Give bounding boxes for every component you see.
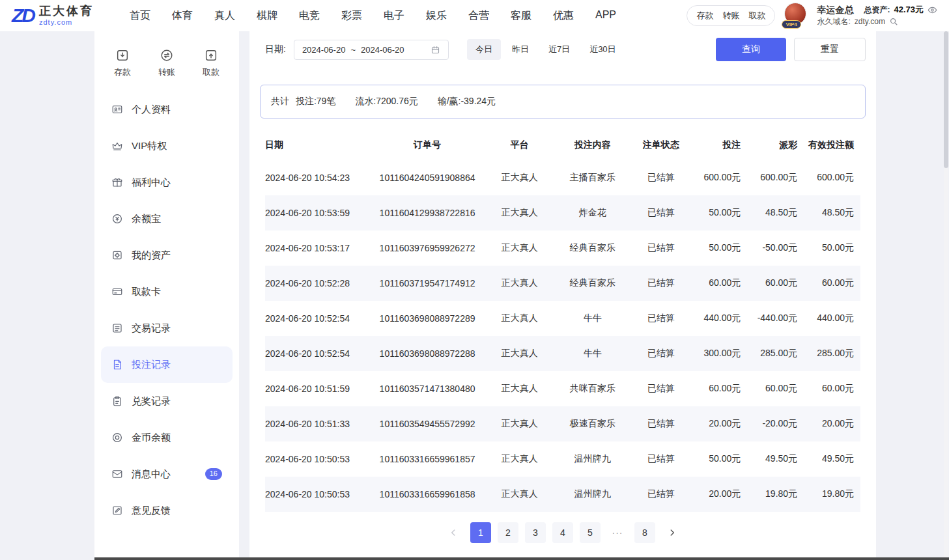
sidebar-item-redeem-records[interactable]: 兑奖记录 xyxy=(94,383,239,419)
clipboard-icon xyxy=(111,395,123,407)
bottom-edge-bar xyxy=(94,557,949,560)
sidebar-item-welfare[interactable]: 福利中心 xyxy=(94,164,239,201)
cell-platform: 正大真人 xyxy=(485,336,554,371)
cell-status: 已结算 xyxy=(631,266,690,301)
table-row: 2024-06-20 10:54:23 1011604240591908864 … xyxy=(265,160,860,195)
nav-item-board-games[interactable]: 棋牌 xyxy=(257,9,277,23)
cell-date: 2024-06-20 10:50:53 xyxy=(265,477,369,512)
cell-status: 已结算 xyxy=(631,301,690,336)
table-row: 2024-06-20 10:52:54 1011603698088972289 … xyxy=(265,301,860,336)
sidebar-item-bet-records[interactable]: 投注记录 xyxy=(101,346,233,383)
next-page-button[interactable] xyxy=(662,522,683,543)
deposit-link[interactable]: 存款 xyxy=(696,10,713,21)
col-header-order: 订单号 xyxy=(369,130,485,160)
cell-date: 2024-06-20 10:51:59 xyxy=(265,371,369,406)
logo-letters: ZD xyxy=(12,5,34,26)
transfer-link[interactable]: 转账 xyxy=(722,10,739,21)
cell-bet: 50.00元 xyxy=(690,231,747,266)
search-button[interactable]: 查询 xyxy=(716,38,786,61)
cell-platform: 正大真人 xyxy=(485,477,554,512)
cell-platform: 正大真人 xyxy=(485,195,554,231)
payout-value: 49.50元 xyxy=(747,441,804,477)
vertical-scrollbar-thumb[interactable] xyxy=(944,31,948,168)
cell-order: 1011603316659961858 xyxy=(369,477,485,512)
sidebar-item-assets[interactable]: 我的资产 xyxy=(94,237,239,273)
sidebar-item-withdrawal-card[interactable]: 取款卡 xyxy=(94,273,239,310)
cell-order: 1011603719547174912 xyxy=(369,266,485,301)
quick-action-transfer[interactable]: 转账 xyxy=(158,48,175,78)
cell-date: 2024-06-20 10:53:17 xyxy=(265,231,369,266)
sidebar-item-label: 福利中心 xyxy=(132,176,171,189)
summary-winloss: 输/赢:-39.24元 xyxy=(438,96,496,106)
payout-value: -50.00元 xyxy=(747,231,804,266)
sidebar-item-gold-balance[interactable]: 金币余额 xyxy=(94,419,239,456)
cell-date: 2024-06-20 10:52:28 xyxy=(265,266,369,301)
withdraw-link[interactable]: 取款 xyxy=(748,10,765,21)
cell-valid: 48.50元 xyxy=(804,195,860,231)
prev-page-button[interactable] xyxy=(443,522,464,543)
quick-action-deposit[interactable]: 存款 xyxy=(114,48,131,78)
page-button-8[interactable]: 8 xyxy=(634,522,655,543)
sidebar-item-label: 兑奖记录 xyxy=(132,395,171,408)
page-button-2[interactable]: 2 xyxy=(498,522,518,543)
page-button-4[interactable]: 4 xyxy=(552,522,573,543)
cell-valid: 600.00元 xyxy=(804,160,860,195)
sidebar-item-message-center[interactable]: 消息中心 16 xyxy=(94,456,239,492)
cell-platform: 正大真人 xyxy=(485,231,554,266)
nav-item-slots[interactable]: 电子 xyxy=(384,9,404,23)
range-7days-button[interactable]: 近7日 xyxy=(540,39,578,60)
range-30days-button[interactable]: 近30日 xyxy=(581,39,624,60)
table-row: 2024-06-20 10:53:59 1011604129938722816 … xyxy=(265,195,860,231)
search-icon[interactable] xyxy=(889,17,898,26)
cell-status: 已结算 xyxy=(631,406,690,441)
assets-label: 总资产: xyxy=(864,6,890,14)
brand-logo[interactable]: ZD 正大体育 zdty.com xyxy=(12,5,94,27)
quick-range-group: 今日 昨日 近7日 近30日 xyxy=(467,39,625,60)
nav-item-sports[interactable]: 体育 xyxy=(172,9,193,23)
cell-bet: 300.00元 xyxy=(690,336,747,371)
range-today-button[interactable]: 今日 xyxy=(467,39,501,60)
sidebar-item-feedback[interactable]: 意见反馈 xyxy=(94,492,239,529)
sidebar-item-vip[interactable]: VIP特权 xyxy=(94,128,239,164)
sidebar-item-profile[interactable]: 个人资料 xyxy=(94,91,239,128)
table-row: 2024-06-20 10:52:54 1011603698088972288 … xyxy=(265,336,860,371)
quick-action-withdraw[interactable]: 取款 xyxy=(203,48,220,78)
nav-item-partnership[interactable]: 合营 xyxy=(468,9,489,23)
cell-order: 1011603549455572992 xyxy=(369,406,485,441)
summary-total-label: 共计 xyxy=(271,96,289,106)
page-button-3[interactable]: 3 xyxy=(525,522,546,543)
nav-item-app[interactable]: APP xyxy=(595,9,616,23)
calendar-icon xyxy=(431,45,440,55)
page-button-1[interactable]: 1 xyxy=(470,522,491,543)
nav-item-lottery[interactable]: 彩票 xyxy=(341,9,362,23)
nav-item-esports[interactable]: 电竞 xyxy=(299,9,320,23)
nav-item-live[interactable]: 真人 xyxy=(214,9,235,23)
summary-turnover: 流水:7200.76元 xyxy=(355,96,418,106)
sidebar-item-yuebao[interactable]: 余额宝 xyxy=(94,201,239,237)
date-range-picker[interactable]: 2024-06-20 ~ 2024-06-20 xyxy=(294,40,449,60)
table-row: 2024-06-20 10:51:59 1011603571471380480 … xyxy=(265,371,860,406)
top-right-cluster: 存款 转账 取款 VIP4 幸运金总 总资产: 42.73元 永久域名: zdt… xyxy=(687,3,937,29)
cell-platform: 正大真人 xyxy=(485,160,554,195)
page-button-5[interactable]: 5 xyxy=(580,522,601,543)
date-filter-label: 日期: xyxy=(265,44,286,55)
reset-button[interactable]: 重置 xyxy=(794,38,866,61)
cell-bet: 20.00元 xyxy=(690,477,747,512)
permanent-domain-value: zdty.com xyxy=(855,18,885,26)
cell-bet: 600.00元 xyxy=(690,160,747,195)
sidebar-item-transactions[interactable]: 交易记录 xyxy=(94,310,239,346)
nav-item-home[interactable]: 首页 xyxy=(130,9,150,23)
eye-icon[interactable] xyxy=(928,5,937,15)
gift-icon xyxy=(111,176,123,188)
nav-item-promos[interactable]: 优惠 xyxy=(553,9,574,23)
cell-status: 已结算 xyxy=(631,371,690,406)
range-yesterday-button[interactable]: 昨日 xyxy=(503,39,537,60)
edit-icon xyxy=(111,505,123,516)
nav-item-entertainment[interactable]: 娱乐 xyxy=(426,9,447,23)
payout-value: 600.00元 xyxy=(747,160,804,195)
sidebar-item-label: 我的资产 xyxy=(132,249,171,262)
sidebar-item-label: 取款卡 xyxy=(132,286,161,298)
id-card-icon xyxy=(111,104,123,115)
nav-item-support[interactable]: 客服 xyxy=(511,9,531,23)
safe-icon xyxy=(111,249,123,261)
